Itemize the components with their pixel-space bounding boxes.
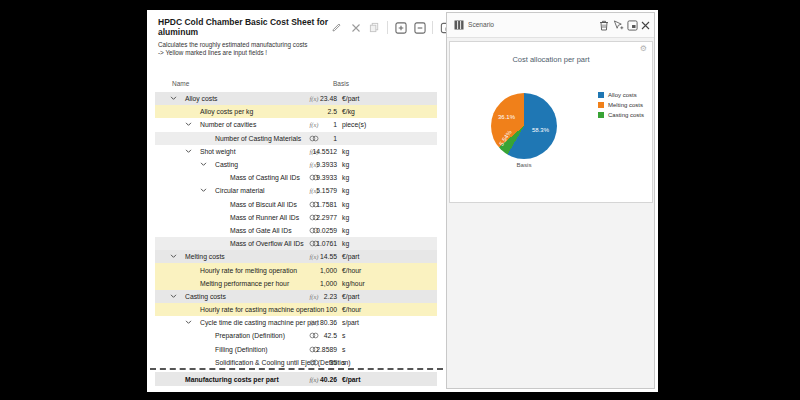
chart-title: Cost allocation per part <box>450 55 652 64</box>
table-row[interactable]: Alloy costs per kg2.5€/kg <box>155 105 437 118</box>
legend-label: Melting costs <box>608 102 643 108</box>
close-panel-button[interactable] <box>639 19 651 31</box>
desktop-background: HPDC Cold Chamber Basic Cost Sheet for a… <box>0 0 800 400</box>
pie-label-alloy: 58.3% <box>532 127 549 133</box>
pencil-icon <box>331 22 342 33</box>
basis-value[interactable]: 1,000 <box>255 263 337 276</box>
row-name-cell: Shot weight <box>155 145 236 158</box>
page-title: HPDC Cold Chamber Basic Cost Sheet for a… <box>158 17 343 37</box>
table-row[interactable]: Melting performance per hour1,000kg/hour <box>155 277 437 290</box>
page-description: Calculates the roughly estimated manufac… <box>158 41 307 56</box>
chevron-down-icon[interactable] <box>200 162 215 167</box>
basis-value: 2.8589 <box>255 343 337 356</box>
chart-settings-gear-icon[interactable]: ⚙ <box>640 44 647 53</box>
row-label: Number of cavities <box>200 121 256 128</box>
table-row[interactable]: Shot weightf(x)14.5512kg <box>155 145 437 158</box>
unit-label: €/kg <box>342 105 355 118</box>
basis-value: 35 <box>255 356 337 369</box>
unit-label: €/part <box>342 250 359 263</box>
row-name-cell: Alloy costs per kg <box>155 105 253 118</box>
delete-button[interactable] <box>349 21 362 34</box>
table-row[interactable]: Cycle time die casting machine per partf… <box>155 316 437 329</box>
basis-value: 2.23 <box>255 290 337 303</box>
total-unit: €/part <box>342 372 361 386</box>
table-row[interactable]: Mass of Casting All IDs9.3933kg <box>155 171 437 184</box>
unit-label: kg <box>342 211 349 224</box>
legend-item[interactable]: Melting costs <box>598 102 644 108</box>
delete-scenario-button[interactable] <box>598 19 610 31</box>
collapse-all-button[interactable] <box>413 21 426 34</box>
scenario-header: Scenario <box>447 13 654 38</box>
basis-value: 9.3933 <box>255 158 337 171</box>
copy-icon <box>369 22 380 33</box>
basis-value[interactable]: 2.5 <box>255 105 337 118</box>
open-in-window-button[interactable] <box>626 19 638 31</box>
basis-value: 42.5 <box>255 329 337 342</box>
row-name-cell: Circular material <box>155 184 264 197</box>
table-row[interactable]: Mass of Gate All IDs0.0259kg <box>155 224 437 237</box>
table-row[interactable]: Filling (Definition)2.8589s <box>155 343 437 356</box>
row-name-cell: Alloy costs <box>155 92 217 105</box>
table-row[interactable]: Hourly rate for melting operation1,000€/… <box>155 263 437 276</box>
row-label: Alloy costs per kg <box>200 108 253 115</box>
chart-x-axis-label: Basis <box>474 161 574 168</box>
legend-item[interactable]: Casting costs <box>598 112 644 118</box>
table-row[interactable]: Preparation (Definition)42.5s <box>155 329 437 342</box>
plus-box-icon <box>395 22 407 34</box>
total-row[interactable]: Manufacturing costs per part f(x) 40.26 … <box>155 372 437 386</box>
legend-swatch-icon <box>598 102 604 108</box>
basis-value: 9.3933 <box>255 171 337 184</box>
table-row[interactable]: Melting costsf(x)14.55€/part <box>155 250 437 263</box>
table-row[interactable]: Mass of Overflow All IDs1.0761kg <box>155 237 437 250</box>
basis-value[interactable]: 1,000 <box>255 277 337 290</box>
cost-sheet-window: HPDC Cold Chamber Basic Cost Sheet for a… <box>147 10 658 392</box>
unit-label: €/part <box>342 290 359 303</box>
basis-value: 14.5512 <box>255 145 337 158</box>
unit-label: s <box>342 343 345 356</box>
basis-value: 5.1579 <box>255 184 337 197</box>
table-row[interactable]: Number of Casting Materials1 <box>155 132 437 145</box>
unit-label: kg <box>342 171 349 184</box>
legend-swatch-icon <box>598 112 604 118</box>
table-row[interactable]: Casting costsf(x)2.23€/part <box>155 290 437 303</box>
legend-item[interactable]: Alloy costs <box>598 92 644 98</box>
chevron-down-icon[interactable] <box>170 96 185 101</box>
expand-all-button[interactable] <box>394 21 407 34</box>
table-row[interactable]: Mass of Biscuit All IDs1.7581kg <box>155 198 437 211</box>
row-label: Melting costs <box>185 253 225 260</box>
chart-legend: Alloy costsMelting costsCasting costs <box>598 92 644 122</box>
table-row[interactable]: Alloy costsf(x)23.48€/part <box>155 92 437 105</box>
table-row[interactable]: Number of cavitiesf(x)1piece(s) <box>155 118 437 131</box>
unit-label: s <box>342 329 345 342</box>
unit-label: kg <box>342 158 349 171</box>
row-name-cell: Melting costs <box>155 250 225 263</box>
chevron-down-icon[interactable] <box>185 320 200 325</box>
table-row[interactable]: Hourly rate for casting machine operatio… <box>155 303 437 316</box>
row-label: Alloy costs <box>185 95 217 102</box>
unit-label: piece(s) <box>342 118 366 131</box>
chevron-down-icon[interactable] <box>185 149 200 154</box>
chevron-down-icon[interactable] <box>185 122 200 127</box>
unit-label: kg/hour <box>342 277 365 290</box>
copy-button[interactable] <box>368 21 381 34</box>
table-row[interactable]: Solidification & Cooling until Eject (De… <box>155 356 437 369</box>
chevron-down-icon[interactable] <box>170 294 185 299</box>
trash-icon <box>599 20 609 31</box>
unit-label: €/hour <box>342 303 361 316</box>
table-row[interactable]: Castingf(x)9.3933kg <box>155 158 437 171</box>
basis-value: 1.7581 <box>255 198 337 211</box>
toolbar-separator <box>387 21 388 34</box>
basis-value: 1 <box>255 132 337 145</box>
scenario-title: Scenario <box>468 21 494 28</box>
table-row[interactable]: Mass of Runner All IDs2.2977kg <box>155 211 437 224</box>
chevron-down-icon[interactable] <box>200 188 215 193</box>
select-pointer-button[interactable] <box>612 19 624 31</box>
basis-value[interactable]: 100 <box>255 303 337 316</box>
row-name-cell: Casting costs <box>155 290 226 303</box>
basis-value: 2.2977 <box>255 211 337 224</box>
edit-button[interactable] <box>330 21 343 34</box>
basis-value: 0.0259 <box>255 224 337 237</box>
description-line-2: -> Yellow marked lines are input fields … <box>158 49 307 57</box>
chevron-down-icon[interactable] <box>170 254 185 259</box>
table-row[interactable]: Circular materialf(x)5.1579kg <box>155 184 437 197</box>
